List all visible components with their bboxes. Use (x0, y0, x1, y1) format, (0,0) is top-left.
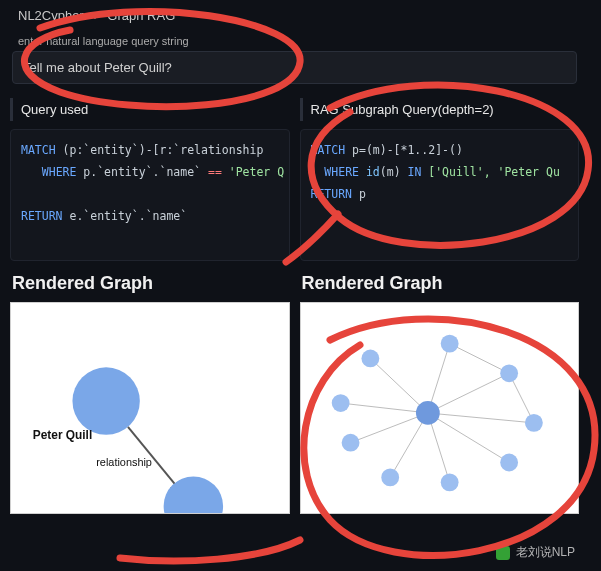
rendered-graph-title-right: Rendered Graph (302, 273, 580, 294)
code-keyword: MATCH (311, 143, 346, 157)
code-keyword: MATCH (21, 143, 56, 157)
breadcrumb-right: Graph RAG (107, 8, 175, 23)
query-input[interactable]: Tell me about Peter Quill? (12, 51, 577, 84)
graph-node[interactable] (440, 473, 458, 491)
graph-node[interactable] (500, 364, 518, 382)
svg-line-4 (427, 413, 508, 463)
graph-canvas-right[interactable] (300, 302, 580, 514)
code-text: p (352, 187, 366, 201)
svg-line-8 (340, 403, 427, 413)
code-text: p=(m)-[*1..2]-() (345, 143, 463, 157)
app-root: NL2Cypher › Graph RAG enter natural lang… (0, 0, 601, 571)
breadcrumb-left: NL2Cypher (18, 8, 84, 23)
graph-canvas-left[interactable]: Peter Quill relationship (10, 302, 290, 514)
graph-node[interactable] (72, 367, 139, 434)
code-keyword: WHERE (324, 165, 359, 179)
code-function: id (366, 165, 380, 179)
svg-line-7 (350, 413, 427, 443)
cypher-code-right: MATCH p=(m)-[*1..2]-() WHERE id(m) IN ['… (300, 129, 580, 261)
code-keyword: IN (407, 165, 421, 179)
graph-node[interactable] (524, 414, 542, 432)
right-column: RAG Subgraph Query(depth=2) MATCH p=(m)-… (300, 94, 580, 514)
code-keyword: WHERE (42, 165, 77, 179)
graph-svg-left: Peter Quill relationship (11, 303, 289, 513)
graph-node[interactable] (381, 468, 399, 486)
graph-node[interactable] (331, 394, 349, 412)
left-column: Query used MATCH (p:`entity`)-[r:`relati… (10, 94, 290, 514)
chevron-right-icon: › (93, 8, 97, 23)
code-string: 'Peter Q (222, 165, 284, 179)
graph-node[interactable] (440, 335, 458, 353)
svg-line-3 (427, 413, 533, 423)
svg-line-2 (427, 373, 508, 413)
wechat-icon (496, 546, 510, 560)
cypher-code-left: MATCH (p:`entity`)-[r:`relationship WHER… (10, 129, 290, 261)
annotation-stroke (120, 540, 300, 561)
code-keyword: RETURN (21, 209, 63, 223)
graph-node[interactable] (361, 350, 379, 368)
graph-node-label: Peter Quill (33, 428, 92, 442)
graph-edge-label: relationship (96, 456, 152, 468)
code-text (359, 165, 366, 179)
graph-node-center[interactable] (415, 401, 439, 425)
code-keyword: RETURN (311, 187, 353, 201)
code-string: ['Quill', 'Peter Qu (421, 165, 559, 179)
watermark-text: 老刘说NLP (516, 544, 575, 561)
graph-svg-right (301, 303, 579, 513)
two-column-layout: Query used MATCH (p:`entity`)-[r:`relati… (0, 94, 589, 514)
code-text: (m) (380, 165, 408, 179)
code-text: e.`entity`.`name` (63, 209, 188, 223)
rag-subgraph-title: RAG Subgraph Query(depth=2) (300, 98, 580, 121)
watermark: 老刘说NLP (496, 544, 575, 561)
query-input-label: enter natural language query string (18, 35, 589, 47)
graph-node[interactable] (500, 454, 518, 472)
query-input-value: Tell me about Peter Quill? (23, 60, 172, 75)
code-text: p.`entity`.`name` (76, 165, 208, 179)
query-used-title: Query used (10, 98, 290, 121)
code-indent (21, 165, 42, 179)
rendered-graph-title-left: Rendered Graph (12, 273, 290, 294)
svg-line-10 (449, 344, 508, 374)
graph-nodes (331, 335, 542, 492)
breadcrumb: NL2Cypher › Graph RAG (0, 0, 589, 27)
code-indent (311, 165, 325, 179)
graph-node[interactable] (341, 434, 359, 452)
code-operator: == (208, 165, 222, 179)
code-text: (p:`entity`)-[r:`relationship (56, 143, 264, 157)
